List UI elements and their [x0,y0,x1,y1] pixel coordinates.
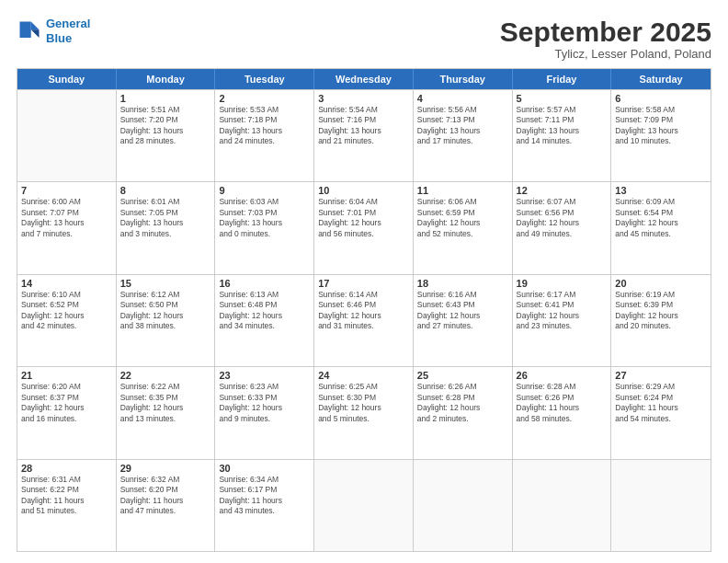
calendar-cell: 6Sunrise: 5:58 AM Sunset: 7:09 PM Daylig… [611,90,711,181]
day-info: Sunrise: 6:25 AM Sunset: 6:30 PM Dayligh… [318,382,409,424]
day-info: Sunrise: 6:26 AM Sunset: 6:28 PM Dayligh… [417,382,508,424]
calendar-cell: 14Sunrise: 6:10 AM Sunset: 6:52 PM Dayli… [17,275,117,366]
calendar-cell: 16Sunrise: 6:13 AM Sunset: 6:48 PM Dayli… [215,275,314,366]
day-number: 12 [517,185,608,196]
day-info: Sunrise: 6:09 AM Sunset: 6:54 PM Dayligh… [615,197,707,239]
calendar-cell: 20Sunrise: 6:19 AM Sunset: 6:39 PM Dayli… [611,275,711,366]
calendar-cell: 9Sunrise: 6:03 AM Sunset: 7:03 PM Daylig… [215,182,314,273]
calendar-body: 1Sunrise: 5:51 AM Sunset: 7:20 PM Daylig… [17,89,711,551]
calendar-cell: 4Sunrise: 5:56 AM Sunset: 7:13 PM Daylig… [414,90,513,181]
calendar-cell: 3Sunrise: 5:54 AM Sunset: 7:16 PM Daylig… [314,90,414,181]
day-info: Sunrise: 6:06 AM Sunset: 6:59 PM Dayligh… [417,197,508,239]
day-number: 28 [21,463,112,474]
header-cell-friday: Friday [513,69,612,89]
logo: General Blue [17,17,90,45]
day-info: Sunrise: 5:54 AM Sunset: 7:16 PM Dayligh… [318,105,409,147]
day-info: Sunrise: 6:03 AM Sunset: 7:03 PM Dayligh… [219,197,310,239]
calendar-row-3: 14Sunrise: 6:10 AM Sunset: 6:52 PM Dayli… [17,274,711,366]
day-number: 8 [120,185,211,196]
calendar-cell: 15Sunrise: 6:12 AM Sunset: 6:50 PM Dayli… [117,275,216,366]
calendar-row-1: 1Sunrise: 5:51 AM Sunset: 7:20 PM Daylig… [17,89,711,181]
calendar-cell: 17Sunrise: 6:14 AM Sunset: 6:46 PM Dayli… [314,275,414,366]
day-number: 19 [517,278,608,289]
calendar-cell: 29Sunrise: 6:32 AM Sunset: 6:20 PM Dayli… [117,460,216,551]
day-number: 23 [219,370,310,381]
day-info: Sunrise: 5:57 AM Sunset: 7:11 PM Dayligh… [517,105,608,147]
header-cell-thursday: Thursday [414,69,513,89]
calendar-cell: 25Sunrise: 6:26 AM Sunset: 6:28 PM Dayli… [414,367,513,458]
calendar-cell: 12Sunrise: 6:07 AM Sunset: 6:56 PM Dayli… [513,182,612,273]
day-info: Sunrise: 5:51 AM Sunset: 7:20 PM Dayligh… [120,105,211,147]
header-cell-wednesday: Wednesday [314,69,414,89]
header-cell-monday: Monday [117,69,216,89]
day-number: 26 [517,370,608,381]
svg-marker-1 [31,29,40,38]
day-info: Sunrise: 6:29 AM Sunset: 6:24 PM Dayligh… [615,382,707,424]
calendar-cell: 10Sunrise: 6:04 AM Sunset: 7:01 PM Dayli… [314,182,414,273]
calendar-cell: 21Sunrise: 6:20 AM Sunset: 6:37 PM Dayli… [17,367,117,458]
logo-line2: Blue [46,31,72,45]
calendar: SundayMondayTuesdayWednesdayThursdayFrid… [17,68,711,552]
day-number: 6 [615,93,707,104]
day-number: 4 [417,93,508,104]
day-info: Sunrise: 6:34 AM Sunset: 6:17 PM Dayligh… [219,475,310,517]
calendar-cell: 11Sunrise: 6:06 AM Sunset: 6:59 PM Dayli… [414,182,513,273]
calendar-cell: 8Sunrise: 6:01 AM Sunset: 7:05 PM Daylig… [117,182,216,273]
logo-text: General Blue [46,17,90,45]
day-info: Sunrise: 5:58 AM Sunset: 7:09 PM Dayligh… [615,105,707,147]
day-number: 3 [318,93,409,104]
location-title: Tylicz, Lesser Poland, Poland [500,47,711,61]
day-number: 21 [21,370,112,381]
calendar-row-2: 7Sunrise: 6:00 AM Sunset: 7:07 PM Daylig… [17,181,711,273]
day-info: Sunrise: 6:22 AM Sunset: 6:35 PM Dayligh… [120,382,211,424]
title-block: September 2025 Tylicz, Lesser Poland, Po… [500,17,711,61]
day-info: Sunrise: 6:16 AM Sunset: 6:43 PM Dayligh… [417,290,508,332]
day-number: 2 [219,93,310,104]
calendar-cell: 24Sunrise: 6:25 AM Sunset: 6:30 PM Dayli… [314,367,414,458]
calendar-cell: 22Sunrise: 6:22 AM Sunset: 6:35 PM Dayli… [117,367,216,458]
calendar-row-4: 21Sunrise: 6:20 AM Sunset: 6:37 PM Dayli… [17,366,711,458]
day-info: Sunrise: 6:31 AM Sunset: 6:22 PM Dayligh… [21,475,112,517]
day-number: 10 [318,185,409,196]
day-info: Sunrise: 6:01 AM Sunset: 7:05 PM Dayligh… [120,197,211,239]
calendar-cell: 2Sunrise: 5:53 AM Sunset: 7:18 PM Daylig… [215,90,314,181]
calendar-header: SundayMondayTuesdayWednesdayThursdayFrid… [17,69,711,89]
day-number: 13 [615,185,707,196]
day-number: 9 [219,185,310,196]
svg-rect-2 [20,21,31,38]
day-info: Sunrise: 6:28 AM Sunset: 6:26 PM Dayligh… [517,382,608,424]
day-info: Sunrise: 6:19 AM Sunset: 6:39 PM Dayligh… [615,290,707,332]
day-number: 16 [219,278,310,289]
calendar-cell: 5Sunrise: 5:57 AM Sunset: 7:11 PM Daylig… [513,90,612,181]
header-cell-sunday: Sunday [17,69,117,89]
day-info: Sunrise: 6:17 AM Sunset: 6:41 PM Dayligh… [517,290,608,332]
day-number: 11 [417,185,508,196]
calendar-cell: 18Sunrise: 6:16 AM Sunset: 6:43 PM Dayli… [414,275,513,366]
day-number: 1 [120,93,211,104]
day-info: Sunrise: 6:00 AM Sunset: 7:07 PM Dayligh… [21,197,112,239]
calendar-cell: 1Sunrise: 5:51 AM Sunset: 7:20 PM Daylig… [117,90,216,181]
calendar-cell: 13Sunrise: 6:09 AM Sunset: 6:54 PM Dayli… [611,182,711,273]
calendar-cell: 28Sunrise: 6:31 AM Sunset: 6:22 PM Dayli… [17,460,117,551]
header: General Blue September 2025 Tylicz, Less… [17,17,711,61]
calendar-cell [513,460,612,551]
calendar-cell [314,460,414,551]
day-info: Sunrise: 6:23 AM Sunset: 6:33 PM Dayligh… [219,382,310,424]
day-number: 25 [417,370,508,381]
calendar-cell: 30Sunrise: 6:34 AM Sunset: 6:17 PM Dayli… [215,460,314,551]
header-cell-saturday: Saturday [611,69,711,89]
day-number: 27 [615,370,707,381]
svg-marker-0 [31,21,40,29]
day-number: 14 [21,278,112,289]
day-info: Sunrise: 6:14 AM Sunset: 6:46 PM Dayligh… [318,290,409,332]
day-info: Sunrise: 6:20 AM Sunset: 6:37 PM Dayligh… [21,382,112,424]
calendar-cell [17,90,117,181]
day-number: 5 [517,93,608,104]
day-info: Sunrise: 6:12 AM Sunset: 6:50 PM Dayligh… [120,290,211,332]
calendar-cell: 27Sunrise: 6:29 AM Sunset: 6:24 PM Dayli… [611,367,711,458]
page: General Blue September 2025 Tylicz, Less… [0,0,728,563]
calendar-cell: 26Sunrise: 6:28 AM Sunset: 6:26 PM Dayli… [513,367,612,458]
day-number: 18 [417,278,508,289]
logo-line1: General [46,17,90,30]
day-info: Sunrise: 5:56 AM Sunset: 7:13 PM Dayligh… [417,105,508,147]
